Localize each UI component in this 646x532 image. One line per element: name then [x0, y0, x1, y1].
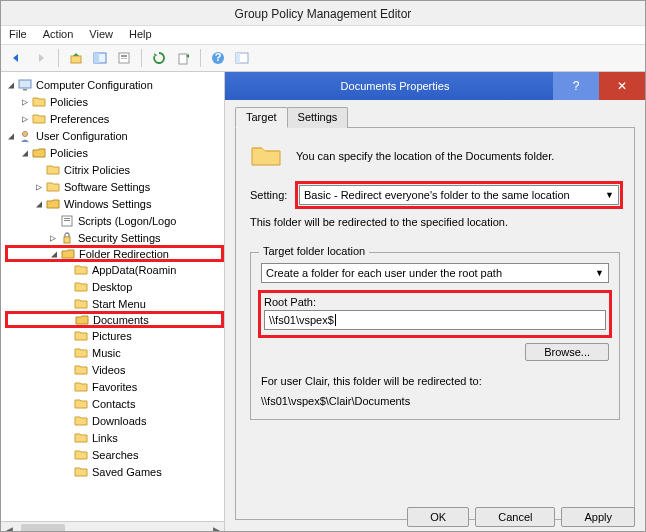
- dialog-buttons: OK Cancel Apply: [407, 507, 635, 527]
- tree-uc-policies[interactable]: Policies: [50, 147, 88, 159]
- tree-appdata[interactable]: AppData(Roamin: [92, 264, 176, 276]
- folder-icon: [31, 95, 47, 109]
- folder-icon: [45, 180, 61, 194]
- help-button[interactable]: ?: [208, 48, 228, 68]
- dialog-description: You can specify the location of the Docu…: [296, 150, 554, 162]
- dialog-close-button[interactable]: ✕: [599, 72, 645, 100]
- example-path: \\fs01\vspex$\Clair\Documents: [261, 395, 609, 407]
- menu-file[interactable]: File: [9, 28, 27, 40]
- svg-point-13: [23, 131, 28, 136]
- folder-icon: [73, 346, 89, 360]
- menu-action[interactable]: Action: [43, 28, 74, 40]
- folder-icon: [73, 380, 89, 394]
- folder-icon: [73, 397, 89, 411]
- scroll-right-button[interactable]: ▶: [208, 522, 224, 532]
- dialog-tabs: Target Settings: [235, 106, 635, 128]
- setting-label: Setting:: [250, 189, 298, 201]
- svg-rect-0: [71, 56, 81, 63]
- tree-links[interactable]: Links: [92, 432, 118, 444]
- tree-savedgames[interactable]: Saved Games: [92, 466, 162, 478]
- svg-rect-16: [64, 220, 70, 221]
- tree-contacts[interactable]: Contacts: [92, 398, 135, 410]
- root-path-value: \\fs01\vspex$: [269, 314, 334, 326]
- folder-icon: [73, 363, 89, 377]
- settings-icon[interactable]: [232, 48, 252, 68]
- setting-combo[interactable]: Basic - Redirect everyone's folder to th…: [299, 185, 619, 205]
- chevron-down-icon: ▼: [605, 190, 614, 200]
- tab-target[interactable]: Target: [235, 107, 288, 128]
- tree-downloads[interactable]: Downloads: [92, 415, 146, 427]
- tree-pictures[interactable]: Pictures: [92, 330, 132, 342]
- folder-icon: [45, 163, 61, 177]
- svg-rect-17: [64, 237, 70, 243]
- horizontal-scrollbar[interactable]: ◀ ▶: [1, 521, 224, 532]
- tree-music[interactable]: Music: [92, 347, 121, 359]
- tree-cc-prefs[interactable]: Preferences: [50, 113, 109, 125]
- dialog-help-button[interactable]: ?: [553, 72, 599, 100]
- redirect-note: This folder will be redirected to the sp…: [250, 216, 620, 228]
- tree-computer-config[interactable]: Computer Configuration: [36, 79, 153, 91]
- properties-dialog: Documents Properties ? ✕ Target Settings…: [225, 72, 645, 532]
- dialog-title: Documents Properties: [237, 80, 553, 92]
- toolbar: ?: [1, 45, 645, 72]
- properties-button[interactable]: [114, 48, 134, 68]
- folder-icon: [73, 263, 89, 277]
- folder-icon: [31, 146, 47, 160]
- svg-rect-15: [64, 218, 70, 219]
- folder-icon: [45, 197, 61, 211]
- view-list-button[interactable]: [90, 48, 110, 68]
- tree-winset[interactable]: Windows Settings: [64, 198, 151, 210]
- menu-view[interactable]: View: [89, 28, 113, 40]
- example-header: For user Clair, this folder will be redi…: [261, 375, 609, 387]
- tree-videos[interactable]: Videos: [92, 364, 125, 376]
- folder-icon: [73, 414, 89, 428]
- security-icon: [59, 231, 75, 245]
- forward-button[interactable]: [31, 48, 51, 68]
- tree-folder-redirection[interactable]: Folder Redirection: [79, 248, 169, 260]
- folder-icon: [31, 112, 47, 126]
- back-button[interactable]: [7, 48, 27, 68]
- dialog-titlebar[interactable]: Documents Properties ? ✕: [225, 72, 645, 100]
- scroll-left-button[interactable]: ◀: [1, 522, 17, 532]
- tree-favorites[interactable]: Favorites: [92, 381, 137, 393]
- setting-combo-value: Basic - Redirect everyone's folder to th…: [304, 189, 570, 201]
- folder-icon: [73, 448, 89, 462]
- cancel-button[interactable]: Cancel: [475, 507, 555, 527]
- svg-rect-5: [121, 58, 127, 59]
- tree-secset[interactable]: Security Settings: [78, 232, 161, 244]
- ok-button[interactable]: OK: [407, 507, 469, 527]
- apply-button[interactable]: Apply: [561, 507, 635, 527]
- refresh-button[interactable]: [149, 48, 169, 68]
- folder-icon: [73, 431, 89, 445]
- tree-documents[interactable]: Documents: [93, 314, 149, 326]
- menubar: File Action View Help: [1, 26, 645, 45]
- tree-swset[interactable]: Software Settings: [64, 181, 150, 193]
- tree-desktop[interactable]: Desktop: [92, 281, 132, 293]
- tree-panel[interactable]: ◢Computer Configuration ▷Policies ▷Prefe…: [1, 72, 225, 532]
- tree-user-config[interactable]: User Configuration: [36, 130, 128, 142]
- window-title: Group Policy Management Editor: [1, 1, 645, 26]
- tree-startmenu[interactable]: Start Menu: [92, 298, 146, 310]
- svg-rect-4: [121, 55, 127, 57]
- tab-settings[interactable]: Settings: [287, 107, 349, 128]
- tree-scripts[interactable]: Scripts (Logon/Logo: [78, 215, 176, 227]
- root-path-input[interactable]: \\fs01\vspex$: [264, 310, 606, 330]
- target-folder-combo[interactable]: Create a folder for each user under the …: [261, 263, 609, 283]
- folder-icon: [60, 247, 76, 261]
- folder-icon: [73, 297, 89, 311]
- scroll-thumb[interactable]: [21, 524, 65, 532]
- folder-icon: [73, 465, 89, 479]
- tree-searches[interactable]: Searches: [92, 449, 138, 461]
- target-folder-combo-value: Create a folder for each user under the …: [266, 267, 502, 279]
- up-button[interactable]: [66, 48, 86, 68]
- folder-icon: [74, 313, 90, 327]
- script-icon: [59, 214, 75, 228]
- svg-rect-10: [236, 53, 240, 63]
- browse-button[interactable]: Browse...: [525, 343, 609, 361]
- folder-icon: [73, 280, 89, 294]
- export-button[interactable]: [173, 48, 193, 68]
- menu-help[interactable]: Help: [129, 28, 152, 40]
- tree-cc-policies[interactable]: Policies: [50, 96, 88, 108]
- svg-rect-2: [94, 53, 99, 63]
- tree-citrix[interactable]: Citrix Policies: [64, 164, 130, 176]
